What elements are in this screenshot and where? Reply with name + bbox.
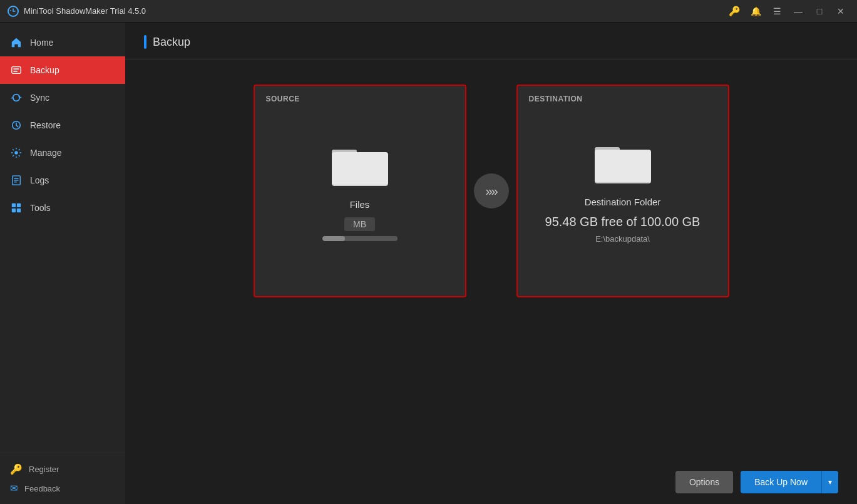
backup-dropdown-button[interactable]: ▾ (821, 471, 838, 493)
sidebar-item-backup[interactable]: Backup (0, 56, 125, 84)
sidebar-label-home: Home (30, 38, 53, 48)
source-folder-icon (332, 141, 388, 188)
svg-rect-1 (12, 67, 21, 74)
restore-icon (10, 119, 23, 131)
sidebar-item-manage[interactable]: Manage (0, 139, 125, 167)
register-label: Register (29, 465, 59, 474)
svg-point-5 (14, 151, 18, 154)
logs-icon (10, 174, 23, 187)
page-header: Backup (125, 23, 857, 59)
titlebar-actions: 🔑 🔔 ☰ — □ ✕ (726, 3, 849, 20)
titlebar: MiniTool ShadowMaker Trial 4.5.0 🔑 🔔 ☰ —… (0, 0, 857, 23)
destination-path: E:\backupdata\ (595, 234, 650, 244)
svg-rect-12 (12, 208, 16, 212)
destination-card[interactable]: DESTINATION Destination Folder 95.48 GB … (516, 85, 729, 297)
sidebar: Home Backup (0, 23, 125, 504)
sidebar-nav: Home Backup (0, 29, 125, 453)
sidebar-label-logs: Logs (30, 175, 49, 185)
feedback-label: Feedback (24, 484, 60, 493)
sidebar-bottom: 🔑 Register ✉ Feedback (0, 453, 125, 504)
sidebar-item-logs[interactable]: Logs (0, 167, 125, 194)
sidebar-item-tools[interactable]: Tools (0, 194, 125, 222)
header-accent-bar (144, 35, 146, 49)
notification-icon[interactable]: 🔔 (747, 3, 764, 20)
source-label: SOURCE (266, 95, 300, 103)
page-title: Backup (153, 36, 190, 49)
svg-rect-16 (332, 152, 388, 185)
sidebar-label-sync: Sync (30, 93, 49, 103)
key-small-icon: 🔑 (10, 463, 23, 475)
backup-now-button[interactable]: Back Up Now (741, 471, 821, 493)
feedback-button[interactable]: ✉ Feedback (10, 483, 115, 494)
sidebar-item-restore[interactable]: Restore (0, 111, 125, 139)
manage-icon (10, 147, 23, 159)
app-title: MiniTool ShadowMaker Trial 4.5.0 (24, 6, 726, 16)
sidebar-label-manage: Manage (30, 148, 62, 158)
close-button[interactable]: ✕ (832, 3, 849, 20)
svg-rect-11 (17, 203, 21, 207)
menu-icon[interactable]: ☰ (768, 3, 786, 20)
svg-rect-2 (14, 68, 19, 69)
sidebar-item-home[interactable]: Home (0, 29, 125, 56)
options-button[interactable]: Options (675, 471, 733, 493)
source-progress-bar (322, 236, 398, 241)
minimize-button[interactable]: — (789, 3, 807, 20)
app-logo (8, 6, 19, 17)
feedback-icon: ✉ (10, 483, 18, 494)
destination-title: Destination Folder (585, 197, 661, 207)
sidebar-item-sync[interactable]: Sync (0, 84, 125, 111)
home-icon (10, 36, 23, 49)
backup-button-group: Back Up Now ▾ (741, 471, 838, 493)
backup-area: SOURCE Files MB (125, 59, 857, 460)
sidebar-label-backup: Backup (30, 65, 59, 75)
svg-rect-10 (12, 203, 16, 207)
source-size: MB (344, 217, 375, 231)
destination-free-space: 95.48 GB free of 100.00 GB (545, 215, 700, 229)
source-progress-fill (322, 236, 345, 241)
key-icon[interactable]: 🔑 (726, 3, 743, 20)
backup-cards: SOURCE Files MB (150, 85, 832, 297)
source-card[interactable]: SOURCE Files MB (254, 85, 466, 297)
sidebar-label-tools: Tools (30, 203, 51, 213)
arrow-container: »» (466, 172, 516, 210)
tools-icon (10, 202, 23, 214)
arrow-icon: »» (474, 173, 509, 208)
bottom-bar: Options Back Up Now ▾ (125, 460, 857, 504)
source-title: Files (350, 199, 370, 210)
sidebar-label-restore: Restore (30, 120, 61, 130)
destination-folder-icon (595, 138, 651, 185)
svg-rect-13 (17, 208, 21, 212)
destination-label: DESTINATION (529, 95, 583, 103)
app-body: Home Backup (0, 23, 857, 504)
backup-icon (10, 64, 23, 76)
main-content: Backup SOURCE Files MB (125, 23, 857, 504)
register-button[interactable]: 🔑 Register (10, 463, 115, 475)
svg-rect-3 (14, 71, 18, 72)
svg-rect-19 (595, 150, 651, 182)
maximize-button[interactable]: □ (811, 3, 828, 20)
sync-icon (10, 91, 23, 104)
